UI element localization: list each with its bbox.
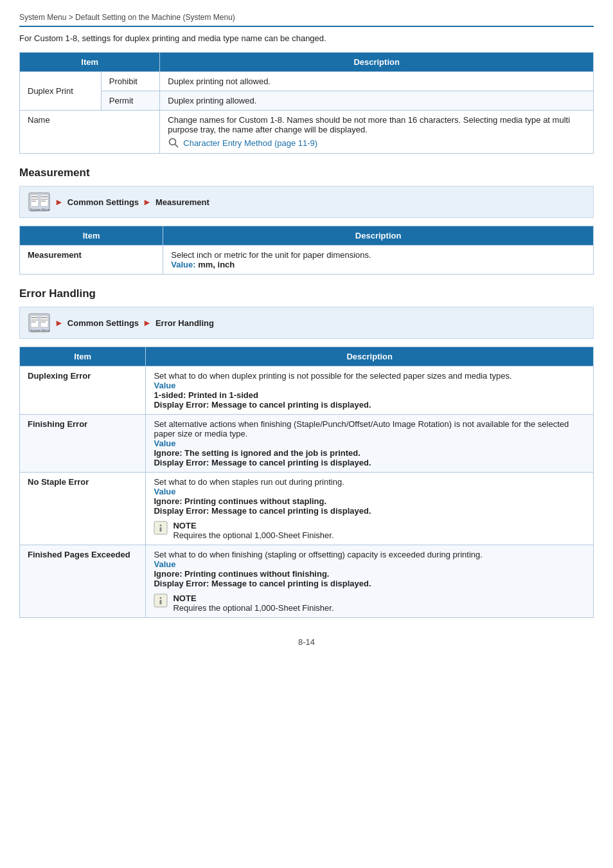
svg-rect-4 <box>31 196 38 197</box>
nav-arrow-2: ► <box>143 197 152 207</box>
svg-rect-8 <box>41 196 48 197</box>
table-row: No Staple Error Set what to do when stap… <box>20 473 594 545</box>
error-handling-heading: Error Handling <box>19 287 594 300</box>
nav-arrow-4: ► <box>143 318 152 328</box>
svg-line-1 <box>175 145 179 148</box>
svg-rect-5 <box>31 199 38 200</box>
error-nav-page: Error Handling <box>155 318 214 328</box>
error-nav-common: Common Settings <box>67 318 139 328</box>
svg-text:System Menu: System Menu <box>30 329 50 332</box>
breadcrumb: System Menu > Default Setting on the Mac… <box>19 13 594 27</box>
name-label: Name <box>20 111 160 154</box>
measurement-table: Item Description Measurement Select inch… <box>19 226 594 275</box>
svg-point-23 <box>160 525 162 527</box>
finished-pages-note: NOTE Requires the optional 1,000-Sheet F… <box>154 593 585 613</box>
table-row: Measurement Select inch or metric for th… <box>20 246 594 275</box>
table-row: Permit Duplex printing allowed. <box>20 91 594 111</box>
svg-rect-9 <box>41 199 48 200</box>
no-staple-note: NOTE Requires the optional 1,000-Sheet F… <box>154 521 585 540</box>
svg-point-26 <box>160 597 162 599</box>
svg-rect-20 <box>41 321 46 323</box>
nav-arrow-3: ► <box>55 318 64 328</box>
svg-rect-16 <box>31 321 36 323</box>
svg-rect-15 <box>31 320 38 321</box>
meas-desc-header: Description <box>163 226 594 246</box>
svg-rect-27 <box>160 600 162 604</box>
search-icon <box>168 137 179 149</box>
svg-rect-10 <box>41 201 46 202</box>
duplex-print-label: Duplex Print <box>20 72 102 111</box>
finished-pages-exceeded-desc: Set what to do when finishing (stapling … <box>146 545 594 618</box>
measurement-item: Measurement <box>20 246 163 275</box>
measurement-nav-page: Measurement <box>155 197 209 207</box>
custom-table: Item Description Duplex Print Prohibit D… <box>19 52 594 154</box>
duplexing-error-desc: Set what to do when duplex printing is n… <box>146 366 594 415</box>
note-icon <box>154 521 168 535</box>
table-row: Duplex Print Prohibit Duplex printing no… <box>20 72 594 91</box>
finished-pages-exceeded-item: Finished Pages Exceeded <box>20 545 146 618</box>
svg-rect-14 <box>31 317 38 318</box>
svg-rect-19 <box>41 320 48 321</box>
duplexing-error-item: Duplexing Error <box>20 366 146 415</box>
table-row: Finishing Error Set alternative actions … <box>20 415 594 473</box>
custom-table-desc-header: Description <box>160 53 594 72</box>
system-menu-icon: System Menu <box>28 192 51 212</box>
error-handling-nav-bar: System Menu ► Common Settings ► Error Ha… <box>19 307 594 339</box>
permit-desc: Duplex printing allowed. <box>160 91 594 111</box>
meas-item-header: Item <box>20 226 163 246</box>
page-number: 8-14 <box>19 637 594 647</box>
finishing-error-item: Finishing Error <box>20 415 146 473</box>
prohibit-desc: Duplex printing not allowed. <box>160 72 594 91</box>
no-staple-error-item: No Staple Error <box>20 473 146 545</box>
intro-text: For Custom 1-8, settings for duplex prin… <box>19 33 594 43</box>
no-staple-error-desc: Set what to do when staples run out duri… <box>146 473 594 545</box>
svg-rect-24 <box>160 527 162 532</box>
err-desc-header: Description <box>146 347 594 366</box>
prohibit-label: Prohibit <box>101 72 159 91</box>
note-icon-2 <box>154 593 168 608</box>
finishing-error-desc: Set alternative actions when finishing (… <box>146 415 594 473</box>
character-entry-link[interactable]: Character Entry Method (page 11-9) <box>183 138 317 148</box>
custom-table-item-header: Item <box>20 53 160 72</box>
measurement-nav-common: Common Settings <box>67 197 139 207</box>
system-menu-icon-2: System Menu <box>28 312 51 333</box>
svg-text:System Menu: System Menu <box>30 208 50 212</box>
measurement-heading: Measurement <box>19 167 594 179</box>
svg-rect-6 <box>31 201 36 202</box>
measurement-nav-bar: System Menu ► Common Settings ► Measurem… <box>19 186 594 218</box>
table-row: Name Change names for Custom 1-8. Names … <box>20 111 594 154</box>
measurement-desc: Select inch or metric for the unit for p… <box>163 246 594 275</box>
table-row: Duplexing Error Set what to do when dupl… <box>20 366 594 415</box>
svg-point-0 <box>170 139 176 145</box>
err-item-header: Item <box>20 347 146 366</box>
name-desc: Change names for Custom 1-8. Names shoul… <box>160 111 594 154</box>
svg-rect-18 <box>41 317 48 318</box>
nav-arrow-1: ► <box>55 197 64 207</box>
error-handling-table: Item Description Duplexing Error Set wha… <box>19 347 594 618</box>
permit-label: Permit <box>101 91 159 111</box>
table-row: Finished Pages Exceeded Set what to do w… <box>20 545 594 618</box>
